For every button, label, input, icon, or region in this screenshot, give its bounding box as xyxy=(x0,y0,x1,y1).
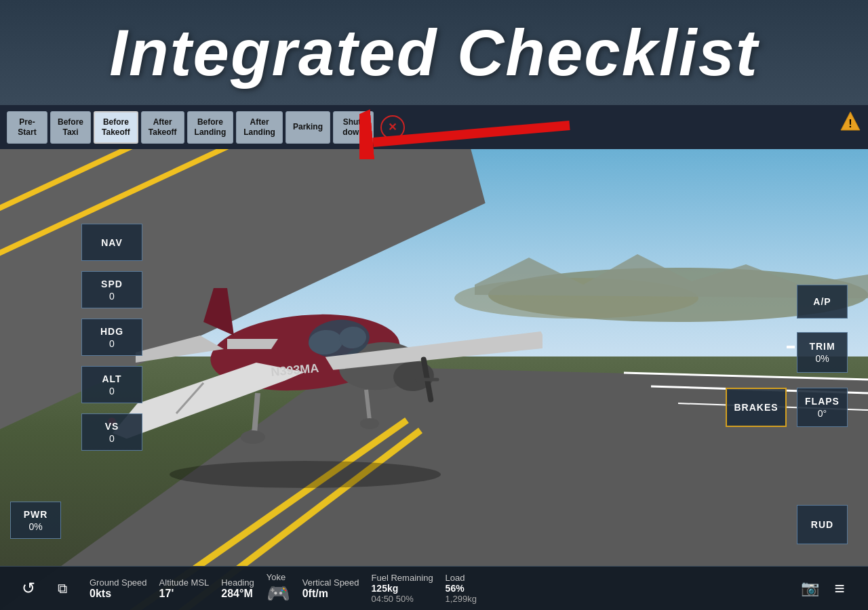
ground-speed-value: 0kts xyxy=(90,588,111,600)
load-group: Load 56% 1,299kg xyxy=(446,573,477,604)
vs-status-label: Vertical Speed xyxy=(302,577,359,588)
svg-line-28 xyxy=(366,390,370,420)
tab-shutdown[interactable]: Shut-down xyxy=(333,111,374,144)
hdg-value: 0 xyxy=(109,338,115,349)
pwr-panel[interactable]: PWR 0% xyxy=(10,502,61,539)
ground-speed-group: Ground Speed 0kts xyxy=(90,577,147,600)
vs-panel[interactable]: VS 0 xyxy=(81,413,142,451)
fuel-remaining-label: Fuel Remaining xyxy=(372,573,433,583)
tab-pre-start[interactable]: Pre-Start xyxy=(7,111,47,144)
copy-button[interactable]: ⧉ xyxy=(47,573,77,603)
warning-icon[interactable]: ! xyxy=(840,110,861,132)
tab-bar: Pre-Start BeforeTaxi BeforeTakeoff After… xyxy=(0,105,868,149)
tab-after-landing[interactable]: AfterLanding xyxy=(236,111,283,144)
load-label: Load xyxy=(446,573,465,583)
trim-label: TRIM xyxy=(809,341,835,352)
nav-panel[interactable]: NAV xyxy=(81,224,142,261)
hdg-panel[interactable]: HDG 0 xyxy=(81,319,142,356)
heading-label: Heading xyxy=(221,577,254,588)
reset-button[interactable]: ↺ xyxy=(14,573,43,603)
app-header: Integrated Checklist xyxy=(0,0,868,105)
rud-label: RUD xyxy=(811,519,833,530)
load-sub: 1,299kg xyxy=(446,594,477,604)
fuel-remaining-value: 125kg xyxy=(372,583,399,594)
yoke-group: Yoke 🎮 xyxy=(267,572,290,605)
heading-group: Heading 284°M xyxy=(221,577,254,600)
brakes-label: BRAKES xyxy=(734,402,778,413)
camera-button[interactable]: 📷 xyxy=(795,573,825,603)
trim-panel[interactable]: TRIM 0% xyxy=(797,332,848,373)
spd-value: 0 xyxy=(109,291,115,302)
pwr-label: PWR xyxy=(24,509,48,520)
pwr-value: 0% xyxy=(28,521,42,532)
vs-status-value: 0ft/m xyxy=(302,588,328,600)
rud-panel[interactable]: RUD xyxy=(797,505,848,544)
copy-icon: ⧉ xyxy=(58,581,67,596)
camera-icon: 📷 xyxy=(801,580,819,597)
ap-panel[interactable]: A/P xyxy=(797,285,848,319)
vs-label: VS xyxy=(105,421,119,432)
altitude-msl-value: 17' xyxy=(159,588,174,600)
svg-line-26 xyxy=(254,393,258,434)
app-title: Integrated Checklist xyxy=(109,16,759,90)
spd-panel[interactable]: SPD 0 xyxy=(81,271,142,308)
reset-icon: ↺ xyxy=(22,579,35,598)
svg-point-27 xyxy=(241,430,265,444)
menu-icon: ≡ xyxy=(834,578,844,599)
svg-text:!: ! xyxy=(848,118,852,129)
fuel-remaining-group: Fuel Remaining 125kg 04:50 50% xyxy=(372,573,433,604)
flaps-value: 0° xyxy=(818,408,827,419)
svg-point-29 xyxy=(360,418,379,429)
fuel-remaining-sub: 04:50 50% xyxy=(372,594,414,604)
svg-marker-22 xyxy=(203,288,234,336)
yoke-label: Yoke xyxy=(267,572,285,582)
flaps-label: FLAPS xyxy=(805,396,840,407)
status-bar: ↺ ⧉ Ground Speed 0kts Altitude MSL 17' H… xyxy=(0,566,868,610)
yoke-icon: 🎮 xyxy=(267,582,290,605)
nav-label: NAV xyxy=(101,237,123,248)
flaps-panel[interactable]: FLAPS 0° xyxy=(797,388,848,427)
vs-value: 0 xyxy=(109,433,115,444)
brakes-panel[interactable]: BRAKES xyxy=(726,388,787,427)
tab-before-takeoff[interactable]: BeforeTakeoff xyxy=(94,111,138,144)
trim-indicator xyxy=(787,346,795,348)
alt-value: 0 xyxy=(109,386,115,396)
alt-panel[interactable]: ALT 0 xyxy=(81,366,142,403)
alt-label: ALT xyxy=(102,373,121,384)
tab-after-takeoff[interactable]: AfterTakeoff xyxy=(141,111,184,144)
tab-before-taxi[interactable]: BeforeTaxi xyxy=(50,111,91,144)
menu-button[interactable]: ≡ xyxy=(825,573,854,603)
svg-marker-24 xyxy=(227,339,278,349)
vertical-speed-group: Vertical Speed 0ft/m xyxy=(302,577,359,600)
tab-parking[interactable]: Parking xyxy=(285,111,330,144)
altitude-msl-label: Altitude MSL xyxy=(159,577,210,588)
altitude-msl-group: Altitude MSL 17' xyxy=(159,577,210,600)
heading-value: 284°M xyxy=(221,588,252,600)
tab-close-button[interactable] xyxy=(380,115,405,140)
load-value: 56% xyxy=(446,583,465,594)
svg-point-13 xyxy=(170,461,441,488)
tab-before-landing[interactable]: BeforeLanding xyxy=(187,111,234,144)
trim-value: 0% xyxy=(815,353,829,364)
spd-label: SPD xyxy=(101,279,123,289)
ground-speed-label: Ground Speed xyxy=(90,577,147,588)
hdg-label: HDG xyxy=(100,326,123,337)
ap-label: A/P xyxy=(813,296,831,307)
